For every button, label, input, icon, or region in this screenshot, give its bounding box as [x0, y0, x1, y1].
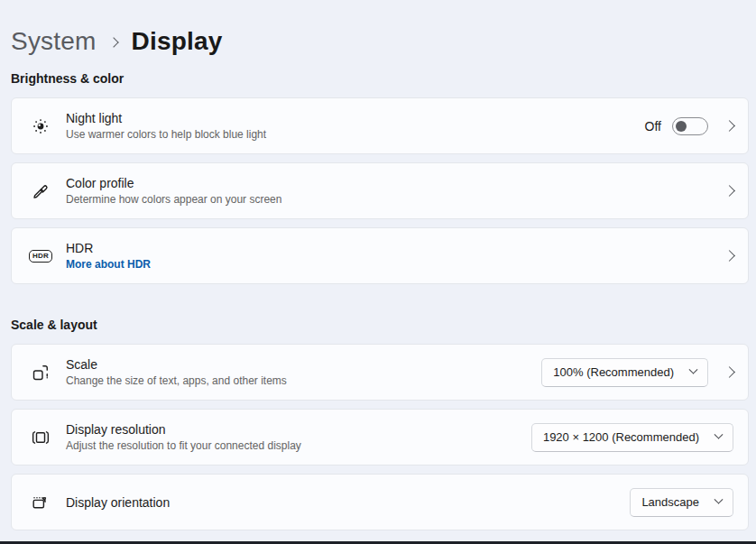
scale-select-value: 100% (Recommended) [553, 365, 674, 379]
chevron-right-icon[interactable] [724, 185, 735, 197]
row-display-orientation: Display orientation Landscape [11, 474, 749, 530]
row-display-resolution: Display resolution Adjust the resolution… [11, 409, 749, 466]
hdr-title: HDR [66, 241, 151, 255]
chevron-right-icon[interactable] [724, 366, 735, 378]
chevron-down-icon [715, 430, 724, 439]
row-night-light[interactable]: Night light Use warmer colors to help bl… [11, 97, 749, 154]
scale-select[interactable]: 100% (Recommended) [541, 358, 708, 387]
row-color-profile[interactable]: Color profile Determine how colors appea… [11, 162, 749, 219]
display-resolution-title: Display resolution [66, 422, 301, 437]
section-header-brightness-color: Brightness & color [11, 71, 749, 86]
breadcrumb: System Display [11, 27, 749, 56]
night-light-icon [30, 116, 51, 136]
more-about-hdr-link[interactable]: More about HDR [66, 258, 151, 271]
display-orientation-select[interactable]: Landscape [630, 488, 733, 517]
display-orientation-select-value: Landscape [641, 495, 699, 509]
color-profile-title: Color profile [66, 176, 281, 190]
night-light-subtitle: Use warmer colors to help block blue lig… [66, 128, 266, 141]
color-profile-eyedropper-icon [30, 181, 51, 201]
hdr-badge-icon: HDR [30, 250, 51, 263]
display-resolution-icon [30, 428, 51, 447]
display-resolution-subtitle: Adjust the resolution to fit your connec… [66, 439, 301, 452]
scale-title: Scale [66, 357, 287, 372]
section-header-scale-layout: Scale & layout [11, 318, 749, 332]
display-resolution-select[interactable]: 1920 × 1200 (Recommended) [531, 423, 733, 452]
scale-icon [30, 363, 51, 383]
page-title: Display [132, 27, 223, 56]
chevron-down-icon [715, 495, 724, 504]
brightness-color-card-list: Night light Use warmer colors to help bl… [11, 97, 749, 284]
scale-layout-card-list: Scale Change the size of text, apps, and… [11, 344, 749, 530]
chevron-right-icon[interactable] [724, 250, 735, 262]
chevron-down-icon [689, 365, 698, 374]
display-resolution-select-value: 1920 × 1200 (Recommended) [543, 430, 699, 444]
row-scale[interactable]: Scale Change the size of text, apps, and… [11, 344, 749, 401]
night-light-toggle[interactable] [672, 117, 708, 135]
row-hdr[interactable]: HDR HDR More about HDR [11, 227, 749, 284]
night-light-title: Night light [66, 111, 266, 125]
toggle-knob [676, 121, 687, 132]
display-orientation-icon [30, 493, 51, 512]
chevron-right-icon [108, 37, 118, 47]
settings-display-page: System Display Brightness & color [0, 0, 756, 530]
display-orientation-title: Display orientation [66, 495, 170, 510]
night-light-toggle-state: Off [645, 119, 661, 134]
breadcrumb-system[interactable]: System [11, 27, 97, 56]
scale-subtitle: Change the size of text, apps, and other… [66, 374, 287, 387]
chevron-right-icon[interactable] [724, 120, 735, 132]
color-profile-subtitle: Determine how colors appear on your scre… [66, 193, 281, 206]
